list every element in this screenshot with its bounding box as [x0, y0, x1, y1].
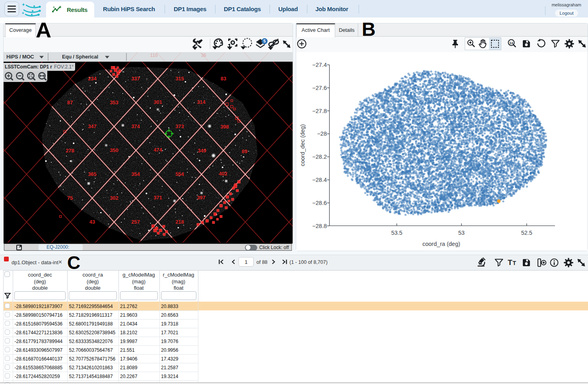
svg-text:−28: −28	[317, 131, 327, 137]
svg-text:347: 347	[88, 123, 97, 129]
svg-text:218: 218	[175, 219, 184, 225]
svg-text:365: 365	[88, 171, 97, 177]
svg-text:315: 315	[175, 76, 184, 82]
svg-text:398: 398	[220, 124, 229, 130]
svg-text:52.5: 52.5	[521, 230, 532, 236]
svg-text:278: 278	[66, 148, 74, 154]
svg-text:474: 474	[153, 147, 162, 153]
svg-text:T: T	[508, 258, 512, 267]
svg-text:554: 554	[175, 171, 184, 177]
svg-text:350: 350	[110, 147, 118, 153]
svg-text:314: 314	[197, 99, 206, 105]
svg-text:373: 373	[175, 123, 184, 129]
svg-text:354: 354	[131, 171, 140, 177]
svg-text:1x: 1x	[509, 41, 513, 45]
svg-text:−27.8: −27.8	[312, 108, 327, 114]
svg-text:T: T	[513, 260, 516, 266]
svg-text:−28.8: −28.8	[312, 223, 327, 229]
svg-text:353: 353	[110, 99, 118, 105]
svg-text:−28.6: −28.6	[312, 200, 327, 206]
svg-text:110: 110	[150, 53, 158, 58]
svg-text:coord_ra (deg): coord_ra (deg)	[422, 241, 460, 247]
svg-text:coord_dec (deg): coord_dec (deg)	[299, 124, 306, 166]
svg-text:337: 337	[131, 76, 140, 82]
svg-text:53.5: 53.5	[391, 230, 402, 236]
svg-text:83: 83	[221, 76, 226, 82]
svg-text:374: 374	[131, 123, 140, 129]
svg-text:349: 349	[198, 148, 206, 154]
svg-text:43: 43	[89, 219, 95, 225]
svg-text:257: 257	[131, 219, 140, 225]
svg-text:371: 371	[153, 195, 162, 201]
svg-text:402: 402	[219, 171, 227, 177]
svg-text:89: 89	[242, 148, 247, 154]
svg-text:−28.4: −28.4	[312, 177, 327, 183]
svg-text:−28.2: −28.2	[312, 154, 327, 160]
svg-text:−27.4: −27.4	[312, 62, 327, 68]
svg-text:301: 301	[153, 99, 162, 105]
svg-text:87: 87	[67, 99, 73, 105]
svg-text:234: 234	[88, 76, 97, 82]
svg-text:397: 397	[197, 195, 206, 201]
svg-text:302: 302	[110, 195, 118, 201]
svg-text:36: 36	[201, 53, 206, 58]
svg-text:53: 53	[458, 230, 465, 236]
svg-text:75: 75	[67, 195, 73, 201]
svg-text:−27.6: −27.6	[312, 85, 327, 91]
